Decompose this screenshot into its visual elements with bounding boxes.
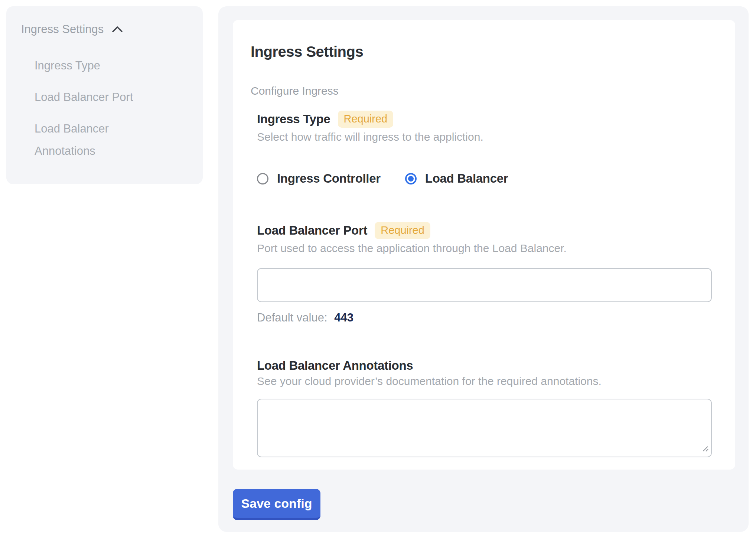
nav-items: Ingress Type Load Balancer Port Load Bal… <box>35 55 192 162</box>
load-balancer-port-input[interactable] <box>257 268 712 302</box>
annotations-textarea-wrap <box>257 399 712 457</box>
settings-panel: Ingress Settings Configure Ingress Ingre… <box>218 6 749 532</box>
load-balancer-port-label: Load Balancer Port <box>257 224 367 237</box>
required-badge: Required <box>375 222 430 239</box>
page-title: Ingress Settings <box>251 42 712 61</box>
radio-ingress-controller-label[interactable]: Ingress Controller <box>277 172 381 186</box>
section-ingress-type: Ingress Type Required Select how traffic… <box>257 111 712 186</box>
nav-group-label: Ingress Settings <box>21 23 104 36</box>
default-value-label: Default value: <box>257 311 328 324</box>
nav-item-load-balancer-port[interactable]: Load Balancer Port <box>35 86 157 108</box>
settings-nav: Ingress Settings Ingress Type Load Balan… <box>6 6 203 184</box>
section-load-balancer-port: Load Balancer Port Required Port used to… <box>257 222 712 324</box>
ingress-type-label: Ingress Type <box>257 113 330 125</box>
default-value-row: Default value: 443 <box>257 312 712 324</box>
page: Ingress Settings Ingress Type Load Balan… <box>0 0 756 539</box>
radio-load-balancer-label[interactable]: Load Balancer <box>425 172 508 186</box>
radio-dot <box>408 176 414 182</box>
save-config-button[interactable]: Save config <box>233 489 320 520</box>
load-balancer-annotations-textarea[interactable] <box>257 399 712 457</box>
load-balancer-port-description: Port used to access the application thro… <box>257 243 712 254</box>
ingress-settings-card: Ingress Settings Configure Ingress Ingre… <box>233 20 735 470</box>
radio-ingress-controller[interactable]: Ingress Controller <box>257 172 381 186</box>
radio-checked-icon[interactable] <box>405 173 417 184</box>
radio-unchecked-icon[interactable] <box>257 173 268 184</box>
chevron-up-icon <box>112 26 123 34</box>
load-balancer-annotations-description: See your cloud provider’s documentation … <box>257 376 712 387</box>
required-badge: Required <box>338 111 394 128</box>
nav-group-ingress-settings[interactable]: Ingress Settings <box>21 23 192 36</box>
resize-handle-icon[interactable] <box>700 444 709 454</box>
default-value-number: 443 <box>334 311 353 324</box>
load-balancer-annotations-label: Load Balancer Annotations <box>257 359 413 372</box>
nav-item-load-balancer-annotations[interactable]: Load Balancer Annotations <box>35 118 157 162</box>
ingress-type-options: Ingress Controller Load Balancer <box>257 172 712 186</box>
nav-item-ingress-type[interactable]: Ingress Type <box>35 55 157 77</box>
ingress-type-description: Select how traffic will ingress to the a… <box>257 131 712 143</box>
page-subtitle: Configure Ingress <box>251 85 712 97</box>
section-load-balancer-annotations: Load Balancer Annotations See your cloud… <box>257 359 712 457</box>
radio-load-balancer[interactable]: Load Balancer <box>405 172 508 186</box>
